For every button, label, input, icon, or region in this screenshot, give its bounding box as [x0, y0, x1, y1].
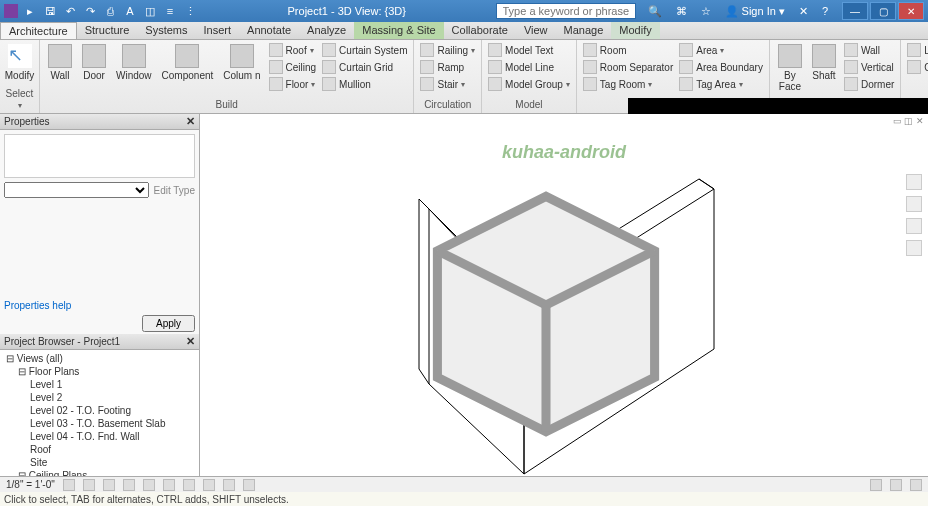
- roof-icon: [269, 43, 283, 57]
- properties-type-preview[interactable]: [4, 134, 195, 178]
- modify-button[interactable]: ↖ Modify: [4, 42, 35, 83]
- stair-button[interactable]: Stair: [418, 76, 477, 92]
- wall-open-icon: [844, 43, 858, 57]
- visual-style-icon[interactable]: [83, 479, 95, 491]
- column-button[interactable]: Colum n: [219, 42, 264, 83]
- wall-button[interactable]: Wall: [44, 42, 76, 83]
- room-button[interactable]: Room: [581, 42, 675, 58]
- tab-massing[interactable]: Massing & Site: [354, 22, 443, 39]
- redo-icon[interactable]: ↷: [82, 3, 98, 19]
- save-icon[interactable]: 🖫: [42, 3, 58, 19]
- roof-button[interactable]: Roof: [267, 42, 319, 58]
- curtain-system-button[interactable]: Curtain System: [320, 42, 409, 58]
- pan-icon[interactable]: [906, 196, 922, 212]
- tree-node[interactable]: Level 2: [2, 391, 197, 404]
- window-title: Project1 - 3D View: {3D}: [198, 5, 496, 17]
- component-button[interactable]: Component: [158, 42, 218, 83]
- floor-button[interactable]: Floor: [267, 76, 319, 92]
- tab-annotate[interactable]: Annotate: [239, 22, 299, 39]
- build-group-label: Build: [44, 99, 409, 111]
- ribbon-tabs: Architecture Structure Systems Insert An…: [0, 22, 928, 40]
- undo-icon[interactable]: ↶: [62, 3, 78, 19]
- curtain-grid-button[interactable]: Curtain Grid: [320, 59, 409, 75]
- qat-icon[interactable]: ◫: [142, 3, 158, 19]
- crop-icon[interactable]: [163, 479, 175, 491]
- binoculars-icon[interactable]: 🔍: [644, 5, 666, 18]
- browser-tree[interactable]: ⊟ Views (all)⊟ Floor PlansLevel 1Level 2…: [0, 350, 199, 476]
- scale-value[interactable]: 1/8" = 1'-0": [6, 479, 55, 490]
- maximize-button[interactable]: ▢: [870, 2, 896, 20]
- component-icon: [175, 44, 199, 68]
- door-button[interactable]: Door: [78, 42, 110, 83]
- area-boundary-button[interactable]: Area Boundary: [677, 59, 765, 75]
- tree-node[interactable]: Level 02 - T.O. Footing: [2, 404, 197, 417]
- tree-node[interactable]: Level 1: [2, 378, 197, 391]
- tab-systems[interactable]: Systems: [137, 22, 195, 39]
- zoom-icon[interactable]: [906, 218, 922, 234]
- steering-wheel-icon[interactable]: [906, 174, 922, 190]
- exchange-icon[interactable]: ✕: [795, 5, 812, 18]
- vertical-button[interactable]: Vertical: [842, 59, 896, 75]
- by-face-button[interactable]: By Face: [774, 42, 806, 94]
- model-group-button[interactable]: Model Group: [486, 76, 572, 92]
- open-icon[interactable]: ▸: [22, 3, 38, 19]
- window-button[interactable]: Window: [112, 42, 156, 83]
- grid-icon: [907, 60, 921, 74]
- model-text-button[interactable]: Model Text: [486, 42, 572, 58]
- tab-modify[interactable]: Modify: [611, 22, 659, 39]
- sun-path-icon[interactable]: [103, 479, 115, 491]
- tree-node[interactable]: Site: [2, 456, 197, 469]
- room-separator-button[interactable]: Room Separator: [581, 59, 675, 75]
- ramp-button[interactable]: Ramp: [418, 59, 477, 75]
- qat-icon[interactable]: ≡: [162, 3, 178, 19]
- tree-node[interactable]: Level 04 - T.O. Fnd. Wall: [2, 430, 197, 443]
- shaft-button[interactable]: Shaft: [808, 42, 840, 83]
- tree-node[interactable]: ⊟ Ceiling Plans: [2, 469, 197, 476]
- key-icon[interactable]: ⌘: [672, 5, 691, 18]
- orbit-icon[interactable]: [906, 240, 922, 256]
- qat-icon[interactable]: A: [122, 3, 138, 19]
- tab-collaborate[interactable]: Collaborate: [444, 22, 516, 39]
- tree-node[interactable]: Roof: [2, 443, 197, 456]
- model-line-button[interactable]: Model Line: [486, 59, 572, 75]
- help-icon[interactable]: ?: [818, 5, 832, 17]
- tab-architecture[interactable]: Architecture: [0, 22, 77, 39]
- properties-type-select[interactable]: [4, 182, 149, 198]
- tab-insert[interactable]: Insert: [196, 22, 240, 39]
- rendering-icon[interactable]: [143, 479, 155, 491]
- tree-node[interactable]: ⊟ Floor Plans: [2, 365, 197, 378]
- tree-node[interactable]: ⊟ Views (all): [2, 352, 197, 365]
- shaft-icon: [812, 44, 836, 68]
- ceiling-button[interactable]: Ceiling: [267, 59, 319, 75]
- properties-help-link[interactable]: Properties help: [0, 298, 199, 313]
- close-button[interactable]: ✕: [898, 2, 924, 20]
- railing-button[interactable]: Railing: [418, 42, 477, 58]
- mullion-button[interactable]: Mullion: [320, 76, 409, 92]
- tab-manage[interactable]: Manage: [556, 22, 612, 39]
- search-input[interactable]: [496, 3, 636, 19]
- dormer-button[interactable]: Dormer: [842, 76, 896, 92]
- sb-right-3-icon[interactable]: [910, 479, 922, 491]
- shadows-icon[interactable]: [123, 479, 135, 491]
- signin-button[interactable]: 👤 Sign In ▾: [721, 5, 789, 18]
- qat-icon[interactable]: ⋮: [182, 3, 198, 19]
- viewcube-icon[interactable]: [182, 124, 910, 486]
- tree-node[interactable]: Level 03 - T.O. Basement Slab: [2, 417, 197, 430]
- tab-view[interactable]: View: [516, 22, 556, 39]
- tag-room-button[interactable]: Tag Room: [581, 76, 675, 92]
- level-button[interactable]: Level: [905, 42, 928, 58]
- wall-opening-button[interactable]: Wall: [842, 42, 896, 58]
- print-icon[interactable]: ⎙: [102, 3, 118, 19]
- star-icon[interactable]: ☆: [697, 5, 715, 18]
- grid-button[interactable]: Grid: [905, 59, 928, 75]
- viewport-3d[interactable]: ▭ ◫ ✕ kuhaa-android: [200, 114, 928, 476]
- area-button[interactable]: Area: [677, 42, 765, 58]
- tab-analyze[interactable]: Analyze: [299, 22, 354, 39]
- tab-structure[interactable]: Structure: [77, 22, 138, 39]
- select-group-label[interactable]: Select: [4, 88, 35, 111]
- model-line-icon: [488, 60, 502, 74]
- minimize-button[interactable]: —: [842, 2, 868, 20]
- level-icon: [907, 43, 921, 57]
- tag-area-button[interactable]: Tag Area: [677, 76, 765, 92]
- detail-level-icon[interactable]: [63, 479, 75, 491]
